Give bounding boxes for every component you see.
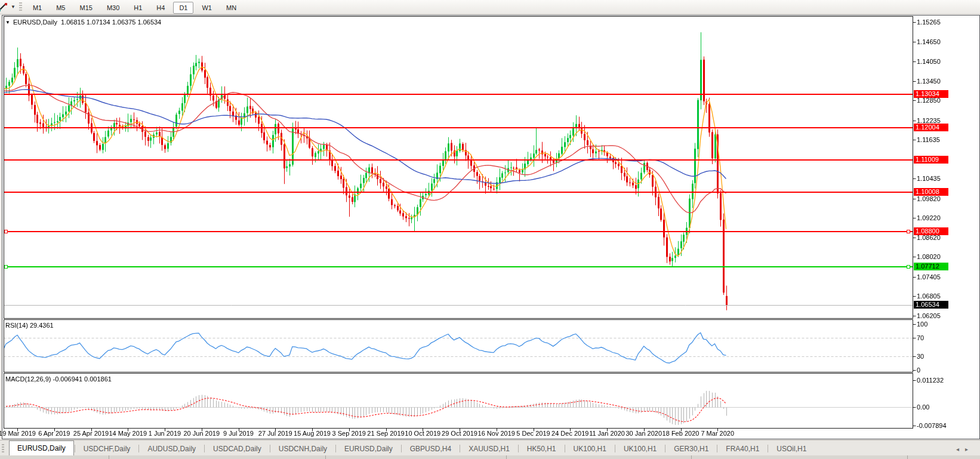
tab-scroll-left-icon[interactable]: ◂	[956, 446, 965, 452]
tab-usdchf-daily[interactable]: USDCHF,Daily	[76, 442, 138, 456]
tabs: EURUSD,DailyUSDCHF,DailyAUDUSD,DailyUSDC…	[5, 440, 814, 456]
macd-tick: 0.011232	[917, 377, 944, 384]
tab-hk50-h1[interactable]: HK50,H1	[519, 442, 564, 456]
tab-separator	[565, 445, 565, 452]
price-tick: 1.10435	[917, 175, 941, 182]
date-tick: 29 Oct 2019	[442, 430, 477, 437]
price-tick: 1.08020	[917, 253, 941, 260]
tab-eurusd-daily[interactable]: EURUSD,Daily	[9, 440, 74, 456]
tab-separator	[460, 445, 460, 452]
chart-symbol-period: EURUSD,Daily	[13, 19, 57, 26]
tool-dropdown-caret-icon[interactable]: ▼	[11, 4, 16, 10]
tab-separator	[401, 445, 402, 452]
tab-scroll-arrows: ◂▸	[956, 446, 974, 452]
date-tick: 1 Jun 2019	[149, 430, 181, 437]
rsi-tick: 30	[917, 353, 924, 360]
toolbar-grip[interactable]	[19, 2, 22, 12]
price-tick: 1.14050	[917, 58, 941, 65]
timeframe-button-mn[interactable]: MN	[220, 2, 242, 14]
timeframe-button-m15[interactable]: M15	[73, 2, 98, 14]
tab-eurusd-daily[interactable]: EURUSD,Daily	[337, 442, 400, 456]
bottom-strip	[0, 455, 980, 459]
timeframe-toolbar: ▼ M1M5M15M30H1H4D1W1MN	[0, 0, 980, 14]
date-tick: 14 May 2019	[109, 430, 147, 437]
tab-separator	[204, 445, 205, 452]
tab-separator	[335, 445, 336, 452]
price-tick: 1.11635	[917, 136, 940, 143]
tab-separator	[665, 445, 665, 452]
price-tick: 1.09820	[917, 195, 941, 202]
date-tick: 11 Jan 2020	[589, 430, 625, 437]
timeframe-button-m5[interactable]: M5	[50, 2, 71, 14]
tab-separator	[717, 445, 717, 452]
price-tick: 1.07405	[917, 273, 941, 281]
timeframe-button-w1[interactable]: W1	[196, 2, 218, 14]
tab-ger30-h1[interactable]: GER30,H1	[666, 442, 716, 456]
date-tick: 25 Apr 2019	[73, 430, 109, 437]
tab-fra40-h1[interactable]: FRA40,H1	[718, 442, 767, 456]
macd-caption: MACD(12,26,9) -0.006941 0.001861	[5, 375, 112, 383]
hline-price-label: 1.13034	[914, 90, 948, 98]
macd-tick: -0.007894	[917, 422, 947, 429]
tab-usdcnh-daily[interactable]: USDCNH,Daily	[271, 442, 335, 456]
date-tick: 24 Dec 2019	[551, 430, 588, 437]
date-tick: 3 Sep 2019	[332, 430, 366, 437]
date-tick: 19 Mar 2019	[0, 430, 36, 437]
date-tick: 6 Apr 2019	[38, 430, 70, 437]
tab-xauusd-h1[interactable]: XAUUSD,H1	[461, 442, 517, 456]
tab-audusd-daily[interactable]: AUDUSD,Daily	[140, 442, 204, 456]
timeframe-button-h1[interactable]: H1	[128, 2, 148, 14]
tab-uk100-h1[interactable]: UK100,H1	[616, 442, 664, 456]
price-tick: 1.06805	[917, 292, 941, 300]
tabbar-grip[interactable]	[2, 444, 4, 454]
tab-separator	[768, 445, 768, 452]
tab-uk100-h1[interactable]: UK100,H1	[566, 442, 614, 456]
date-tick: 16 Nov 2019	[478, 430, 515, 437]
tab-usdcad-daily[interactable]: USDCAD,Daily	[205, 442, 269, 456]
date-tick: 20 Jun 2019	[183, 430, 220, 437]
hline-price-label: 1.08800	[914, 227, 948, 235]
window-caret-icon[interactable]: ▼	[5, 20, 10, 25]
date-tick: 18 Feb 2020	[662, 430, 699, 437]
date-tick: 7 Mar 2020	[701, 430, 734, 437]
timeframe-button-d1[interactable]: D1	[173, 2, 193, 14]
timeframe-button-h4[interactable]: H4	[150, 2, 171, 14]
chart-canvas[interactable]	[0, 0, 980, 459]
tab-gbpusd-h4[interactable]: GBPUSD,H4	[402, 442, 459, 456]
rsi-tick: 0	[917, 366, 920, 374]
strip-notch	[109, 455, 109, 459]
tab-scroll-right-icon[interactable]: ▸	[965, 446, 974, 452]
tab-separator	[270, 445, 270, 452]
timeframe-buttons: M1M5M15M30H1H4D1W1MN	[26, 2, 244, 13]
hline-price-label: 1.10008	[914, 188, 948, 196]
mt4-application: ▼ M1M5M15M30H1H4D1W1MN ▼EURUSD,Daily 1.0…	[0, 0, 980, 459]
hline-price-label: 1.12004	[914, 124, 948, 131]
price-tick: 1.06205	[917, 312, 941, 319]
price-tick: 1.13450	[917, 78, 941, 85]
price-tick: 1.09220	[917, 214, 941, 221]
tab-separator	[138, 445, 139, 452]
price-tick: 1.15265	[917, 19, 941, 26]
tab-usoil-h1[interactable]: USOil,H1	[769, 442, 814, 456]
tab-separator	[518, 445, 519, 452]
current-price-label: 1.06534	[914, 301, 948, 309]
date-tick: 21 Sep 2019	[367, 430, 404, 437]
rsi-caption: RSI(14) 29.4361	[5, 322, 54, 329]
chart-ohlc-values: 1.06815 1.07134 1.06375 1.06534	[61, 19, 161, 26]
tab-separator	[615, 445, 615, 452]
timeframe-button-m1[interactable]: M1	[27, 2, 48, 14]
strip-notch	[325, 455, 326, 459]
date-tick: 30 Jan 2020	[625, 430, 662, 437]
rsi-tick: 70	[917, 334, 924, 341]
timeframe-button-m30[interactable]: M30	[101, 2, 125, 14]
draw-tools-icon[interactable]	[0, 2, 10, 12]
date-tick: 27 Jul 2019	[258, 430, 292, 437]
tab-separator	[75, 445, 75, 452]
hline-price-label: 1.07712	[914, 263, 948, 270]
price-tick: 1.14650	[917, 38, 941, 45]
strip-notch	[907, 455, 908, 459]
date-tick: 9 Jul 2019	[223, 430, 254, 437]
date-tick: 10 Oct 2019	[405, 430, 440, 437]
hline-price-label: 1.11009	[914, 156, 948, 164]
chart-tabbar: EURUSD,DailyUSDCHF,DailyAUDUSD,DailyUSDC…	[0, 440, 980, 456]
